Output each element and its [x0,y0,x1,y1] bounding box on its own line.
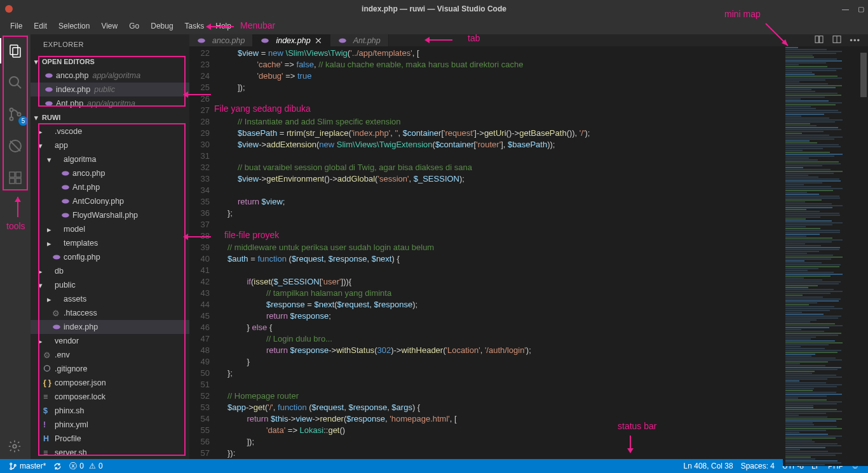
maximize-icon[interactable]: ▢ [858,5,864,13]
php-icon [261,36,269,45]
svg-line-3 [17,84,21,88]
split-editor-icon[interactable] [832,34,842,46]
file-item[interactable]: .gitignore [31,362,189,376]
svg-point-20 [62,213,69,218]
file-item[interactable]: index.php [31,320,189,334]
titlebar: index.php — ruwi — Visual Studio Code — … [0,0,868,18]
git-branch[interactable]: master* [5,462,50,470]
file-item[interactable]: FloydWarshall.php [31,208,189,222]
open-editor-item[interactable]: anco.phpapp/algoritma [31,69,189,83]
file-item[interactable]: $phinx.sh [31,404,189,418]
editor-tab[interactable]: anco.php [189,34,253,46]
menu-file[interactable]: File [5,20,27,32]
svg-point-25 [262,38,269,43]
file-item[interactable]: ≡composer.lock [31,390,189,404]
problems[interactable]: ⓧ0 ⚠0 [65,461,106,472]
window-close-icon[interactable] [5,5,13,13]
scrollbar-thumb[interactable] [860,53,867,97]
debug-icon[interactable] [0,133,31,159]
editor-tab[interactable]: Ant.php [330,34,389,46]
sync-icon[interactable] [50,462,65,470]
tab-bar: anco.phpindex.phpAnt.php ••• [189,34,868,46]
svg-point-35 [14,464,16,466]
close-icon[interactable] [315,37,322,44]
compare-icon[interactable] [814,34,824,46]
h-icon: H [43,434,52,443]
svg-rect-29 [815,36,818,43]
project-header[interactable]: ▾RUWI [31,110,189,124]
folder-icon [52,225,61,234]
folder-item[interactable]: ▸db [31,264,189,278]
svg-line-8 [10,141,20,151]
activity-bar: 5 [0,34,31,459]
editor-group: anco.phpindex.phpAnt.php ••• 22232425262… [189,34,868,459]
folder-item[interactable]: ▸model [31,222,189,236]
sidebar: EXPLORER ▾OPEN EDITORS anco.phpapp/algor… [31,34,189,459]
folder-item[interactable]: ▾public [31,278,189,292]
svg-point-24 [198,38,205,43]
svg-point-2 [10,77,18,86]
explorer-title: EXPLORER [31,34,189,55]
menu-go[interactable]: Go [124,20,144,32]
menu-help[interactable]: Help [210,20,236,32]
file-item[interactable]: config.php [31,250,189,264]
svg-rect-12 [16,172,21,177]
editor-tab[interactable]: index.php [253,34,330,46]
vertical-scrollbar[interactable] [859,46,868,466]
svg-point-13 [13,444,17,448]
extensions-icon[interactable] [0,165,31,190]
search-icon[interactable] [0,70,31,95]
chevron-icon: ▾ [47,155,52,164]
svg-point-17 [62,171,69,176]
minimap[interactable] [783,46,859,466]
php-icon [44,99,53,108]
php-icon [61,183,70,192]
settings-gear-icon[interactable] [8,439,22,455]
more-actions-icon[interactable]: ••• [850,36,860,45]
menubar: FileEditSelectionViewGoDebugTasksHelp [0,18,868,34]
folder-item[interactable]: ▸vendor [31,334,189,348]
menu-selection[interactable]: Selection [53,20,95,32]
open-editor-item[interactable]: index.phppublic [31,83,189,97]
menu-debug[interactable]: Debug [146,20,178,32]
open-editors-header[interactable]: ▾OPEN EDITORS [31,55,189,69]
svg-point-6 [18,113,21,116]
file-item[interactable]: ⚙.env [31,348,189,362]
svg-point-33 [10,463,12,465]
file-item[interactable]: AntColony.php [31,194,189,208]
folder-item[interactable]: ▸.vscode [31,124,189,138]
file-item[interactable]: ⚙.htaccess [31,306,189,320]
chevron-icon: ▸ [47,225,52,234]
code-editor[interactable]: $view = new \Slim\Views\Twig('../app/tem… [217,46,783,466]
svg-rect-30 [820,36,823,43]
svg-point-19 [62,199,69,204]
indentation[interactable]: Spaces: 4 [737,462,778,470]
folder-item[interactable]: ▾algoritma [31,152,189,166]
svg-point-5 [10,117,13,121]
scm-badge: 5 [18,116,28,126]
file-item[interactable]: { }composer.json [31,376,189,390]
file-item[interactable]: ≡server.sh [31,446,189,459]
folder-icon [43,127,52,136]
php-icon [61,211,70,220]
folder-item[interactable]: ▾app [31,138,189,152]
minimize-icon[interactable]: — [842,5,849,13]
folder-icon [43,336,52,345]
explorer-icon[interactable] [0,38,31,63]
folder-item[interactable]: ▸assets [31,292,189,306]
open-editor-item[interactable]: Ant.phpapp/algoritma [31,97,189,110]
git-icon [43,364,52,373]
folder-icon [52,155,61,164]
file-item[interactable]: HProcfile [31,432,189,446]
folder-item[interactable]: ▸templates [31,236,189,250]
menu-view[interactable]: View [96,20,123,32]
svg-point-23 [44,366,50,371]
menu-tasks[interactable]: Tasks [180,20,210,32]
cursor-position[interactable]: Ln 408, Col 38 [680,462,737,470]
file-item[interactable]: anco.php [31,166,189,180]
source-control-icon[interactable]: 5 [0,102,31,127]
folder-icon [43,141,52,150]
file-item[interactable]: !phinx.yml [31,418,189,432]
file-item[interactable]: Ant.php [31,180,189,194]
menu-edit[interactable]: Edit [29,20,52,32]
